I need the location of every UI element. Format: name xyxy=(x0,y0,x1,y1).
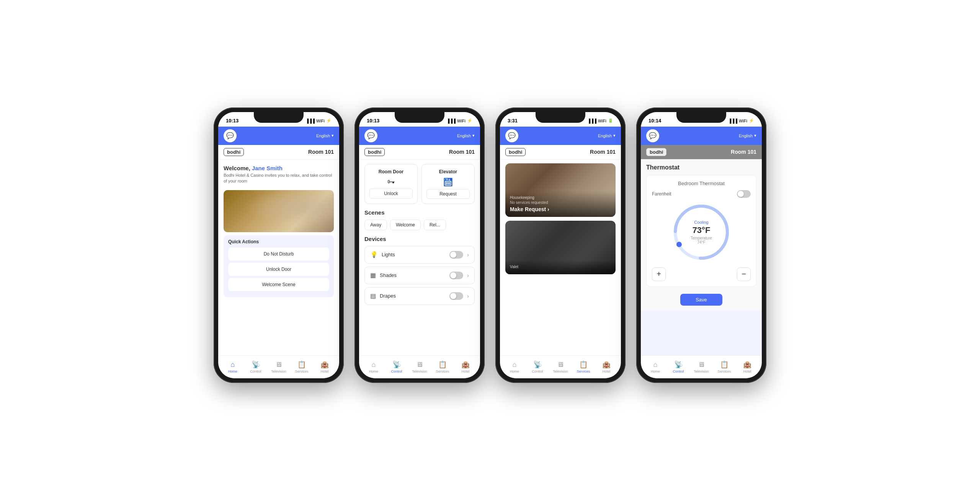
fahrenheit-toggle[interactable] xyxy=(737,190,751,198)
temp-increase-button[interactable]: + xyxy=(652,267,666,281)
room-number-2: Room 101 xyxy=(449,149,475,155)
hotel-icon-4: 🏨 xyxy=(743,360,751,369)
services-icon-2: 📋 xyxy=(438,360,447,369)
nav-item-hotel-1[interactable]: 🏨 Hotel xyxy=(313,360,336,373)
nav-item-control-3[interactable]: 📡 Control xyxy=(526,360,549,373)
language-selector-3[interactable]: English ▾ xyxy=(598,133,616,138)
lights-toggle[interactable] xyxy=(449,251,463,259)
phone-1: 10:13 ▐▐▐ WiFi ⚡ 💬 English ▾ bodhi Room … xyxy=(214,107,344,383)
nav-item-home-2[interactable]: ⌂ Home xyxy=(362,361,385,373)
notch-2 xyxy=(395,112,444,123)
home-label-4: Home xyxy=(651,370,660,373)
language-selector-1[interactable]: English ▾ xyxy=(316,133,334,138)
nav-item-television-1[interactable]: 🖥 Television xyxy=(267,361,290,373)
header-logo-1[interactable]: 💬 xyxy=(224,129,237,142)
nav-item-television-2[interactable]: 🖥 Television xyxy=(408,361,431,373)
room-door-title: Room Door xyxy=(369,169,413,174)
header-logo-3[interactable]: 💬 xyxy=(505,129,518,142)
shades-arrow-icon[interactable]: › xyxy=(467,272,469,278)
nav-item-hotel-2[interactable]: 🏨 Hotel xyxy=(454,360,477,373)
header-logo-4[interactable]: 💬 xyxy=(646,129,659,142)
language-selector-2[interactable]: English ▾ xyxy=(457,133,475,138)
room-number-4: Room 101 xyxy=(731,149,756,155)
control-label-2: Control xyxy=(391,370,402,373)
nav-item-services-1[interactable]: 📋 Services xyxy=(290,360,313,373)
request-button[interactable]: Request xyxy=(426,189,470,199)
nav-item-control-1[interactable]: 📡 Control xyxy=(244,360,267,373)
room-door-icon: 🗝 xyxy=(369,177,413,186)
relax-scene-button[interactable]: Rel... xyxy=(424,220,446,230)
wifi-icon-3: WiFi xyxy=(598,119,606,123)
drapes-arrow-icon[interactable]: › xyxy=(467,293,469,299)
unlock-door-button[interactable]: Unlock Door xyxy=(228,263,329,276)
lights-arrow-icon[interactable]: › xyxy=(467,252,469,258)
bottom-nav-4: ⌂ Home 📡 Control 🖥 Television 📋 Services… xyxy=(641,355,762,378)
status-time-4: 10:14 xyxy=(648,118,661,124)
temp-decrease-button[interactable]: − xyxy=(737,267,751,281)
bottom-nav-2: ⌂ Home 📡 Control 🖥 Television 📋 Services… xyxy=(359,355,480,378)
nav-item-control-2[interactable]: 📡 Control xyxy=(385,360,408,373)
housekeeping-title: Housekeeping xyxy=(510,195,611,200)
valet-title: Valet xyxy=(510,265,611,269)
chevron-down-icon-1: ▾ xyxy=(332,133,334,138)
save-button[interactable]: Save xyxy=(680,294,722,306)
scenes-row: Away Welcome Rel... xyxy=(364,220,475,230)
welcome-title: Welcome, Jane Smith xyxy=(224,165,334,171)
make-request-button[interactable]: Make Request › xyxy=(510,206,611,212)
nav-item-hotel-3[interactable]: 🏨 Hotel xyxy=(595,360,618,373)
services-label-3: Services xyxy=(577,370,590,373)
language-selector-4[interactable]: English ▾ xyxy=(739,133,756,138)
hotel-label-3: Hotel xyxy=(602,370,610,373)
home-label-3: Home xyxy=(510,370,519,373)
housekeeping-overlay: Housekeeping No services requested Make … xyxy=(505,191,616,217)
room-number-3: Room 101 xyxy=(590,149,616,155)
housekeeping-card[interactable]: Housekeeping No services requested Make … xyxy=(505,163,616,217)
nav-item-television-4[interactable]: 🖥 Television xyxy=(690,361,713,373)
home-icon-4: ⌂ xyxy=(653,361,658,369)
hotel-icon-1: 🏨 xyxy=(320,360,329,369)
welcome-section: Welcome, Jane Smith Bodhi Hotel & Casino… xyxy=(218,160,339,187)
welcome-scene-button[interactable]: Welcome Scene xyxy=(228,278,329,291)
elevator-title: Elevator xyxy=(426,169,470,174)
lights-device: 💡 Lights › xyxy=(364,246,475,264)
chevron-down-icon-2: ▾ xyxy=(472,133,475,138)
television-label-4: Television xyxy=(694,370,709,373)
control-icon-4: 📡 xyxy=(674,360,683,369)
door-grid: Room Door 🗝 Unlock Elevator 🛗 Request xyxy=(364,164,475,204)
welcome-scene-button-2[interactable]: Welcome xyxy=(390,220,421,230)
hotel-label-2: Hotel xyxy=(461,370,469,373)
away-scene-button[interactable]: Away xyxy=(364,220,387,230)
battery-icon-4: ⚡ xyxy=(749,118,754,123)
status-time-3: 3:31 xyxy=(508,118,518,124)
hotel-icon-3: 🏨 xyxy=(602,360,611,369)
home-icon-3: ⌂ xyxy=(513,361,517,369)
valet-card[interactable]: Valet xyxy=(505,221,616,274)
control-icon-2: 📡 xyxy=(392,360,401,369)
signal-icon-4: ▐▐▐ xyxy=(728,119,737,123)
devices-title: Devices xyxy=(364,236,475,242)
lights-icon: 💡 xyxy=(370,251,378,258)
signal-icon: ▐▐▐ xyxy=(306,119,315,123)
unlock-button[interactable]: Unlock xyxy=(369,189,413,199)
shades-toggle[interactable] xyxy=(449,272,463,279)
services-icon-3: 📋 xyxy=(579,360,588,369)
nav-item-services-4[interactable]: 📋 Services xyxy=(713,360,736,373)
phones-container: 10:13 ▐▐▐ WiFi ⚡ 💬 English ▾ bodhi Room … xyxy=(214,107,766,383)
bottom-nav-1: ⌂ Home 📡 Control 🖥 Television 📋 Services… xyxy=(218,355,339,378)
nav-item-services-3[interactable]: 📋 Services xyxy=(572,360,595,373)
thermostat-temp-display: 73°F xyxy=(691,225,712,235)
nav-item-home-4[interactable]: ⌂ Home xyxy=(644,361,667,373)
app-header-1: 💬 English ▾ xyxy=(218,127,339,145)
services-label-1: Services xyxy=(295,370,309,373)
nav-item-television-3[interactable]: 🖥 Television xyxy=(549,361,572,373)
nav-item-services-2[interactable]: 📋 Services xyxy=(431,360,454,373)
drapes-toggle[interactable] xyxy=(449,292,463,300)
nav-item-control-4[interactable]: 📡 Control xyxy=(667,360,690,373)
thermostat-device-name: Bedroom Thermostat xyxy=(652,181,751,186)
nav-item-home-1[interactable]: ⌂ Home xyxy=(221,361,244,373)
nav-item-home-3[interactable]: ⌂ Home xyxy=(503,361,526,373)
nav-item-hotel-4[interactable]: 🏨 Hotel xyxy=(736,360,759,373)
do-not-disturb-button[interactable]: Do Not Disturb xyxy=(228,247,329,260)
header-logo-2[interactable]: 💬 xyxy=(364,129,377,142)
valet-overlay: Valet xyxy=(505,260,616,274)
